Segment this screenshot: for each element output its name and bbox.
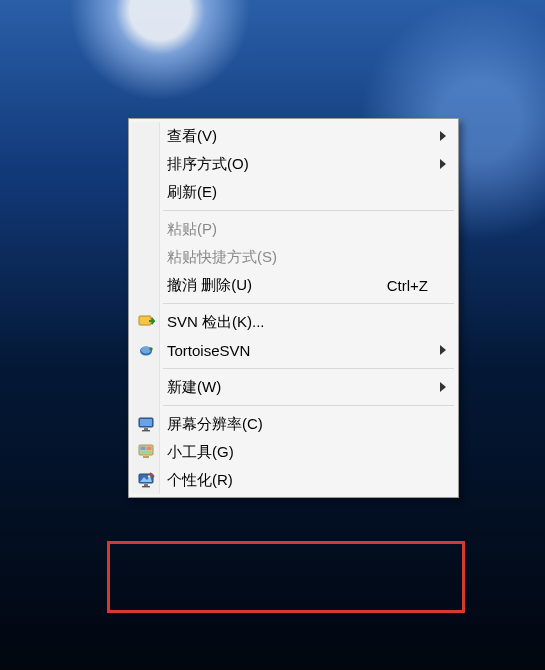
svg-rect-6 [144, 428, 148, 430]
menu-item-label: 粘贴快捷方式(S) [167, 248, 277, 267]
menu-item-label: 屏幕分辨率(C) [167, 415, 263, 434]
menu-separator [163, 368, 454, 369]
menu-item-shortcut: Ctrl+Z [387, 277, 428, 294]
submenu-arrow-icon [440, 345, 446, 355]
svg-point-2 [141, 347, 151, 354]
svg-rect-15 [144, 484, 148, 486]
svg-rect-12 [143, 456, 149, 458]
menu-item-label: 个性化(R) [167, 471, 233, 490]
svg-point-14 [148, 475, 150, 477]
desktop-background[interactable]: 查看(V) 排序方式(O) 刷新(E) 粘贴(P) 粘贴快捷方式(S) 撤消 删… [0, 0, 545, 670]
menu-item-view[interactable]: 查看(V) [131, 122, 456, 150]
menu-item-label: SVN 检出(K)... [167, 313, 265, 332]
menu-item-label: 小工具(G) [167, 443, 234, 462]
submenu-arrow-icon [440, 382, 446, 392]
menu-separator [163, 210, 454, 211]
menu-item-undo-delete[interactable]: 撤消 删除(U) Ctrl+Z [131, 271, 456, 299]
desktop-context-menu: 查看(V) 排序方式(O) 刷新(E) 粘贴(P) 粘贴快捷方式(S) 撤消 删… [128, 118, 459, 498]
menu-item-paste: 粘贴(P) [131, 215, 456, 243]
submenu-arrow-icon [440, 131, 446, 141]
annotation-highlight-box [107, 541, 465, 613]
svg-rect-9 [141, 447, 146, 451]
menu-item-label: 查看(V) [167, 127, 217, 146]
svg-rect-5 [140, 419, 152, 426]
menu-item-new[interactable]: 新建(W) [131, 373, 456, 401]
menu-separator [163, 405, 454, 406]
menu-item-gadgets[interactable]: 小工具(G) [131, 438, 456, 466]
menu-item-label: 排序方式(O) [167, 155, 249, 174]
svg-point-3 [149, 347, 152, 350]
personalize-icon [137, 471, 155, 489]
menu-item-refresh[interactable]: 刷新(E) [131, 178, 456, 206]
menu-item-label: 撤消 删除(U) [167, 276, 252, 295]
gadgets-icon [137, 443, 155, 461]
menu-item-label: TortoiseSVN [167, 342, 250, 359]
menu-item-label: 刷新(E) [167, 183, 217, 202]
submenu-arrow-icon [440, 159, 446, 169]
menu-item-label: 粘贴(P) [167, 220, 217, 239]
menu-item-sort-by[interactable]: 排序方式(O) [131, 150, 456, 178]
tortoisesvn-icon [137, 341, 155, 359]
menu-item-label: 新建(W) [167, 378, 221, 397]
menu-item-tortoisesvn[interactable]: TortoiseSVN [131, 336, 456, 364]
svg-rect-7 [142, 430, 150, 431]
menu-item-svn-checkout[interactable]: SVN 检出(K)... [131, 308, 456, 336]
menu-item-screen-resolution[interactable]: 屏幕分辨率(C) [131, 410, 456, 438]
svg-rect-11 [141, 451, 152, 454]
menu-item-personalize[interactable]: 个性化(R) [131, 466, 456, 494]
svn-checkout-icon [137, 313, 155, 331]
svg-rect-16 [142, 486, 150, 487]
svg-rect-10 [147, 447, 152, 451]
menu-item-paste-shortcut: 粘贴快捷方式(S) [131, 243, 456, 271]
monitor-icon [137, 415, 155, 433]
menu-separator [163, 303, 454, 304]
